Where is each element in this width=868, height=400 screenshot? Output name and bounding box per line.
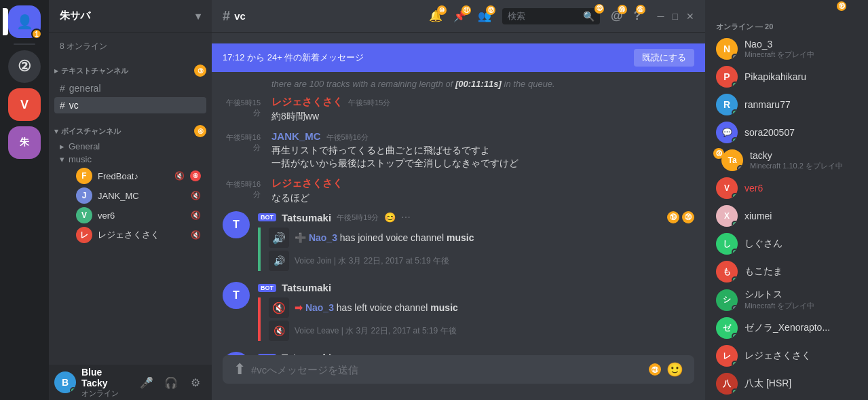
voice-category-general-label: General bbox=[69, 141, 100, 151]
channel-vc-label: vc bbox=[69, 100, 79, 111]
member-pika[interactable]: P Pikapikahikaru bbox=[711, 63, 863, 90]
ranmaru-status bbox=[732, 109, 738, 115]
voice-member-ver6[interactable]: V ver6 🔇 bbox=[54, 206, 206, 225]
bot-header-2: BOT Tatsumaki bbox=[258, 282, 694, 293]
voice-channels-badge: ④ bbox=[194, 125, 206, 137]
channel-list: 8 オンライン ▸ テキストチャンネル ③ # general # vc ▾ ボ… bbox=[49, 33, 212, 365]
msg-text-jank1-line2: 一括がないから最後はストップで全消ししなきゃですけど bbox=[271, 157, 694, 170]
zenora-status bbox=[732, 333, 738, 339]
member-sirutor[interactable]: シ シルトス Minecraft をプレイ中 bbox=[711, 286, 863, 314]
pin-icon-wrapper[interactable]: 📌 ⑪ bbox=[453, 10, 467, 22]
upload-icon[interactable]: ⬆ bbox=[233, 361, 246, 378]
voice-icon-1: 🔊 bbox=[269, 228, 289, 248]
settings-button[interactable]: ⚙ bbox=[185, 371, 206, 393]
voice-member-name-reje: レジェさくさく bbox=[98, 229, 159, 241]
msg-author-reje2: レジェさくさく bbox=[271, 177, 343, 190]
member-zenora[interactable]: ゼ ゼノラ_Xenorapto... bbox=[711, 314, 863, 342]
bell-icon-wrapper[interactable]: 🔔 ⑩ bbox=[429, 10, 442, 22]
member-avatar-shigsan: し bbox=[716, 233, 738, 255]
main-content: # vc 🔔 ⑩ 📌 ⑪ 👥 ⑫ ⑬ 🔍 @ ⑭ bbox=[212, 0, 705, 400]
voice-member-avatar-reje: レ bbox=[76, 227, 92, 243]
bot-name-1: Tatsumaki bbox=[282, 212, 331, 223]
mic-button[interactable]: 🎤 bbox=[136, 371, 157, 393]
server-icon-dm[interactable]: 👤 1 bbox=[8, 5, 41, 38]
new-messages-bar: 17:12 から 24+ 件の新着メッセージ 既読にする bbox=[212, 43, 705, 72]
jankmc-mute-icon: 🔇 bbox=[191, 191, 201, 200]
voice-member-fredboat[interactable]: F FredBoat♪ 🔇 ⑥ bbox=[54, 166, 206, 185]
emoji-button[interactable]: 🙂 bbox=[666, 361, 683, 378]
member-mokotama[interactable]: も もこたま bbox=[711, 258, 863, 285]
voice-leave-img-1: 🔇 bbox=[269, 321, 289, 341]
text-channels-badge: ③ bbox=[194, 65, 206, 77]
bot-msg-body-1: BOT Tatsumaki 午後5時19分 😊 ⋯ ⑲ ⑳ 🔊 ➕ bbox=[258, 211, 694, 271]
msg-author-reje1: レジェさくさく bbox=[271, 96, 343, 109]
member-tacky[interactable]: ⑳ Ta tacky Minecraft 1.10.2 をプレイ中 bbox=[711, 147, 863, 174]
text-channels-header[interactable]: ▸ テキストチャンネル ③ bbox=[49, 54, 212, 79]
channel-general[interactable]: # general bbox=[54, 80, 206, 96]
member-sora[interactable]: 💬 sora200507 bbox=[711, 119, 863, 146]
header-icons: 🔔 ⑩ 📌 ⑪ 👥 ⑫ ⑬ 🔍 @ ⑭ ? ⑮ bbox=[429, 8, 694, 24]
voice-channels-header[interactable]: ▾ ボイスチャンネル ④ bbox=[49, 114, 212, 140]
member-name-pika: Pikapikahikaru bbox=[744, 71, 806, 82]
member-name-zenora: ゼノラ_Xenorapto... bbox=[744, 322, 830, 334]
member-avatar-nao3: N bbox=[716, 38, 738, 60]
help-icon-wrapper[interactable]: ? ⑮ bbox=[634, 9, 641, 23]
voice-member-reje[interactable]: レ レジェさくさく 🔇 bbox=[54, 225, 206, 244]
server-icon-vermilion[interactable]: V bbox=[8, 88, 41, 121]
bot-header-3: BOT Tatsumaki bbox=[258, 352, 694, 355]
msg-body-reje1: レジェさくさく 午後5時15分 約8時間ww bbox=[271, 96, 694, 124]
voice-mute-icon: 🔇 bbox=[174, 171, 185, 181]
member-ver6[interactable]: V ver6 bbox=[711, 175, 863, 202]
server-icon-shu[interactable]: 朱 bbox=[8, 126, 41, 159]
member-nao3[interactable]: N Nao_3 Minecraft をプレイ中 bbox=[711, 35, 863, 62]
bot-message-nao3-leave: T BOT Tatsumaki 🔇 ➡ Nao_3 has left voice… bbox=[212, 276, 705, 346]
mark-read-button[interactable]: 既読にする bbox=[634, 49, 694, 67]
msg-text-jank1-line1: 再生リストで持ってくると曲ごとに飛ばせるですよ bbox=[271, 144, 694, 158]
search-input[interactable] bbox=[508, 11, 578, 21]
member-reje-sidebar[interactable]: レ レジェさくさく bbox=[711, 342, 863, 369]
close-button[interactable]: ✕ bbox=[686, 11, 694, 22]
member-hatta[interactable]: 八 八太 [HSR] bbox=[711, 370, 863, 397]
member-avatar-ranmaru: R bbox=[716, 94, 738, 115]
sidebar-header[interactable]: 朱サバ ▾ bbox=[49, 0, 212, 33]
voice-join-timestamp-1: Voice Join | 水 3月 22日, 2017 at 5:19 午後 bbox=[295, 255, 449, 267]
member-avatar-ver6: V bbox=[716, 177, 738, 199]
members-icon-wrapper[interactable]: 👥 ⑫ bbox=[478, 10, 491, 22]
chevron-right-icon: ▸ bbox=[54, 67, 58, 75]
voice-category-general[interactable]: ▸ General bbox=[49, 140, 212, 153]
window-controls: ─ □ ✕ ⑯ bbox=[658, 11, 694, 22]
chevron-down-icon: ▾ bbox=[54, 127, 58, 136]
at-icon-wrapper[interactable]: @ ⑭ bbox=[611, 9, 623, 23]
channel-vc[interactable]: # vc bbox=[54, 97, 206, 113]
bot-header-1: BOT Tatsumaki 午後5時19分 😊 ⋯ ⑲ ⑳ bbox=[258, 211, 694, 223]
voice-member-name-jankmc: JANK_MC bbox=[98, 191, 139, 201]
bot-content-1: 🔊 ➕ Nao_3 has joined voice channel music… bbox=[258, 228, 694, 271]
bot-footer-1: 🔊 Voice Join | 水 3月 22日, 2017 at 5:19 午後 bbox=[269, 251, 694, 271]
member-ranmaru[interactable]: R ranmaru77 bbox=[711, 91, 863, 118]
tatsumaki-avatar-1: T bbox=[223, 211, 250, 238]
server-icon-2[interactable]: ② bbox=[8, 50, 41, 83]
headset-button[interactable]: 🎧 bbox=[160, 371, 182, 393]
maximize-button[interactable]: □ bbox=[673, 11, 678, 22]
more-options-1[interactable]: ⋯ bbox=[401, 212, 411, 223]
voice-member-avatar-jankmc: J bbox=[76, 187, 92, 204]
channel-general-label: general bbox=[69, 83, 101, 94]
queue-message: there are 100 tracks with a remaining le… bbox=[212, 77, 705, 90]
channel-header: # vc 🔔 ⑩ 📌 ⑪ 👥 ⑫ ⑬ 🔍 @ ⑭ bbox=[212, 0, 705, 33]
member-subtext-nao3: Minecraft をプレイ中 bbox=[744, 50, 814, 60]
voice-member-jankmc[interactable]: J JANK_MC 🔇 bbox=[54, 186, 206, 205]
bot-badge-num-19: ⑲ bbox=[667, 211, 679, 223]
message-input[interactable] bbox=[251, 364, 643, 376]
member-name-sora: sora200507 bbox=[744, 127, 795, 138]
voice-category-music[interactable]: ▾ music bbox=[49, 153, 212, 166]
msg-body-reje2: レジェさくさく なるほど bbox=[271, 177, 694, 205]
msg-time-reje1: 午後5時15分 bbox=[348, 98, 390, 108]
minimize-button[interactable]: ─ bbox=[658, 11, 664, 22]
search-box[interactable]: ⑬ 🔍 bbox=[502, 8, 600, 24]
sidebar-dropdown-icon[interactable]: ▾ bbox=[195, 10, 201, 22]
emoji-reaction-1[interactable]: 😊 bbox=[384, 212, 396, 223]
server-divider bbox=[14, 43, 35, 45]
messages-area[interactable]: 17:12 から 24+ 件の新着メッセージ 既読にする there are 1… bbox=[212, 33, 705, 355]
member-xiumei[interactable]: X xiumei bbox=[711, 202, 863, 230]
member-shigsan[interactable]: し しぐさん bbox=[711, 230, 863, 257]
